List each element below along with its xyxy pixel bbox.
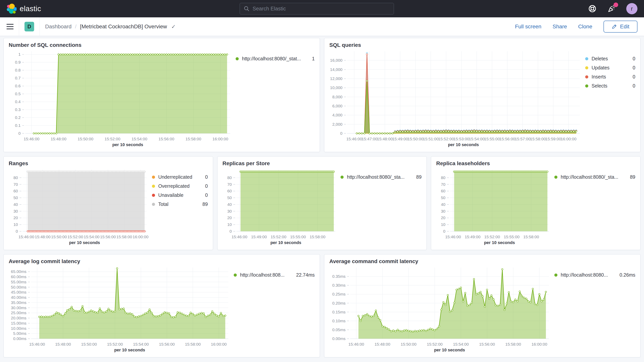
replica-leaseholders-chart[interactable]: 15:46:0015:49:0015:52:0015:55:0015:58:00… xyxy=(436,167,552,246)
legend-item[interactable]: http://localhost:808... 22.74ms xyxy=(234,272,315,278)
ranges-chart[interactable]: 15:46:0015:48:0015:50:0015:52:0015:54:00… xyxy=(9,167,150,246)
svg-text:15:54:00: 15:54:00 xyxy=(133,342,149,346)
svg-text:40.00ms: 40.00ms xyxy=(11,295,26,300)
svg-text:55.00ms: 55.00ms xyxy=(11,280,26,284)
svg-text:45.00ms: 45.00ms xyxy=(11,290,26,294)
svg-text:0.00ms: 0.00ms xyxy=(13,336,26,341)
legend-item[interactable]: Selects 0 xyxy=(585,83,635,89)
svg-text:15:46:00: 15:46:00 xyxy=(29,342,45,346)
panel-title: Number of SQL connections xyxy=(9,42,315,48)
svg-text:15:46:00: 15:46:00 xyxy=(346,137,362,141)
svg-text:80: 80 xyxy=(441,176,446,180)
replicas-per-store-chart[interactable]: 15:46:0015:49:0015:52:0015:55:0015:58:00… xyxy=(222,167,339,246)
full-screen-button[interactable]: Full screen xyxy=(515,24,542,30)
legend-item[interactable]: Total 89 xyxy=(152,202,208,207)
legend-item[interactable]: http://localhost:8080... 0.26ms xyxy=(554,272,635,278)
legend-label: Inserts xyxy=(592,74,606,80)
legend-value: 0 xyxy=(628,74,635,80)
global-search[interactable] xyxy=(240,3,394,14)
legend-label: Selects xyxy=(592,83,607,89)
panel-title: SQL queries xyxy=(329,42,635,48)
svg-text:15:56:00: 15:56:00 xyxy=(159,342,175,346)
svg-text:15:46:00: 15:46:00 xyxy=(348,342,364,346)
chart-legend: Deletes 0 Updates 0 Inserts 0 Selects 0 xyxy=(583,48,635,148)
svg-text:per 10 seconds: per 10 seconds xyxy=(484,240,515,245)
legend-dot xyxy=(152,176,155,179)
legend-value: 0 xyxy=(628,83,635,89)
legend-value: 0 xyxy=(201,174,208,180)
svg-text:50: 50 xyxy=(227,196,232,200)
menu-button[interactable] xyxy=(6,24,14,29)
legend-item[interactable]: Deletes 0 xyxy=(585,56,635,62)
sql-connections-chart[interactable]: 15:46:0015:48:0015:50:0015:52:0015:54:00… xyxy=(9,48,234,148)
svg-text:30: 30 xyxy=(14,209,18,214)
svg-text:15:51:00: 15:51:00 xyxy=(423,137,439,141)
svg-text:60: 60 xyxy=(14,189,18,193)
legend-item[interactable]: Underreplicated 0 xyxy=(152,174,208,180)
breadcrumb-dashboard[interactable]: Dashboard xyxy=(45,24,72,30)
panel-title: Ranges xyxy=(9,160,208,166)
log-commit-latency-chart[interactable]: 15:46:0015:48:0015:50:0015:52:0015:54:00… xyxy=(9,265,232,353)
svg-text:10: 10 xyxy=(227,222,232,227)
elastic-logo[interactable]: elastic xyxy=(6,4,41,14)
svg-text:0.25ms: 0.25ms xyxy=(332,292,346,296)
legend-item[interactable]: http://localhost:8080/_sta... 89 xyxy=(340,174,422,180)
svg-text:15:54:00: 15:54:00 xyxy=(469,137,484,141)
legend-item[interactable]: Inserts 0 xyxy=(585,74,635,80)
svg-text:15:58:00: 15:58:00 xyxy=(530,137,546,141)
svg-text:15:58:00: 15:58:00 xyxy=(310,234,326,239)
legend-item[interactable]: http://localhost:8080/_stat... 1 xyxy=(236,56,315,62)
svg-text:15:52:00: 15:52:00 xyxy=(104,137,120,141)
svg-text:16:00:00: 16:00:00 xyxy=(211,342,227,346)
svg-text:40: 40 xyxy=(227,202,232,207)
svg-text:15:58:00: 15:58:00 xyxy=(186,137,201,141)
legend-item[interactable]: http://localhost:8080/_sta... 89 xyxy=(554,174,635,180)
legend-label: http://localhost:8080... xyxy=(561,272,608,278)
whats-new-button[interactable] xyxy=(607,4,616,13)
svg-text:15:50:00: 15:50:00 xyxy=(51,234,67,239)
search-input[interactable] xyxy=(252,6,390,12)
svg-text:5.00ms: 5.00ms xyxy=(13,331,26,336)
svg-text:15:50:00: 15:50:00 xyxy=(78,137,93,141)
edit-button[interactable]: Edit xyxy=(604,21,638,32)
svg-text:15.00ms: 15.00ms xyxy=(11,321,26,326)
svg-text:16:00:00: 16:00:00 xyxy=(133,234,148,239)
legend-item[interactable]: Overreplicated 0 xyxy=(152,183,208,189)
legend-value: 0 xyxy=(201,183,208,189)
panel-sql-connections: Number of SQL connections 15:46:0015:48:… xyxy=(4,38,320,152)
svg-text:16,000: 16,000 xyxy=(330,58,342,62)
share-button[interactable]: Share xyxy=(552,24,567,30)
svg-text:15:46:00: 15:46:00 xyxy=(445,234,461,239)
svg-text:0.6: 0.6 xyxy=(15,84,21,88)
dashboard-badge[interactable]: D xyxy=(24,22,34,32)
panel-replicas-per-store: Replicas per Store 15:46:0015:49:0015:52… xyxy=(217,156,427,250)
svg-text:15:46:00: 15:46:00 xyxy=(18,234,34,239)
legend-item[interactable]: Unavailable 0 xyxy=(152,192,208,198)
svg-text:15:54:00: 15:54:00 xyxy=(84,234,100,239)
svg-text:15:49:00: 15:49:00 xyxy=(392,137,408,141)
sql-queries-chart[interactable]: 15:46:0015:47:0015:48:0015:49:0015:50:00… xyxy=(329,48,583,148)
user-avatar[interactable]: r xyxy=(626,3,638,14)
svg-text:20: 20 xyxy=(441,216,446,220)
legend-value: 89 xyxy=(626,174,635,180)
legend-dot xyxy=(152,203,155,206)
dashboard-grid: Number of SQL connections 15:46:0015:48:… xyxy=(0,36,644,361)
svg-text:15:50:00: 15:50:00 xyxy=(81,342,97,346)
cmd-commit-latency-chart[interactable]: 15:46:0015:48:0015:50:0015:52:0015:54:00… xyxy=(329,265,552,353)
legend-dot xyxy=(585,66,588,70)
svg-text:16:00:00: 16:00:00 xyxy=(532,342,547,346)
legend-dot xyxy=(585,57,588,60)
legend-dot xyxy=(554,176,558,179)
clone-button[interactable]: Clone xyxy=(578,24,592,30)
help-button[interactable] xyxy=(588,4,597,13)
legend-item[interactable]: Updates 0 xyxy=(585,65,635,70)
svg-text:80: 80 xyxy=(14,176,18,180)
svg-text:10.00ms: 10.00ms xyxy=(11,326,26,330)
legend-label: http://localhost:808... xyxy=(240,272,284,278)
svg-text:15:50:00: 15:50:00 xyxy=(408,137,424,141)
legend-dot xyxy=(585,84,588,88)
svg-text:14,000: 14,000 xyxy=(330,67,342,72)
svg-text:65.00ms: 65.00ms xyxy=(11,269,26,274)
svg-text:0.30ms: 0.30ms xyxy=(332,283,346,288)
pencil-icon xyxy=(612,24,617,29)
